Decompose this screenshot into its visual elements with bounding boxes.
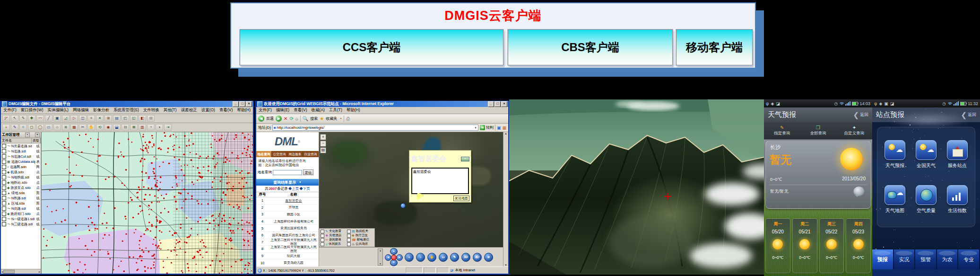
result-row[interactable]: 9 制药大楼 bbox=[256, 253, 319, 260]
panel-horizontal-scrollbar[interactable]: ◂ ▸ bbox=[1, 269, 41, 274]
menu-item[interactable]: 系统库管理(S) bbox=[113, 107, 139, 113]
app-national-weather[interactable]: ☁ 全国天气 bbox=[911, 132, 942, 177]
minimize-button[interactable]: _ bbox=[233, 101, 239, 107]
app-weather-forecast[interactable]: ☁ 天气预报 bbox=[879, 132, 911, 177]
forecast-card[interactable]: 周四 05/23 0~0℃ bbox=[846, 218, 871, 273]
back-button[interactable]: ❮ 返回 bbox=[853, 111, 868, 119]
result-row[interactable]: 1 鑫智居委会 bbox=[256, 197, 319, 205]
legend-checkbox[interactable] bbox=[347, 230, 351, 233]
layer-row[interactable]: ▲ 区域.sda 面 bbox=[1, 201, 41, 206]
toolbar-icon[interactable]: ⊟ bbox=[121, 124, 129, 131]
print-icon[interactable]: ⎙ bbox=[346, 116, 350, 122]
back-button[interactable]: ❮ 返回 bbox=[961, 111, 976, 119]
address-input[interactable] bbox=[277, 125, 473, 130]
toolbar-icon[interactable]: ◱ bbox=[130, 115, 138, 122]
search-icon[interactable]: 🔍 bbox=[303, 116, 308, 122]
toolbar-icon[interactable]: ✂ bbox=[79, 124, 87, 131]
stop-icon[interactable]: ✕ bbox=[284, 116, 287, 122]
zoom-in-icon[interactable]: ＋ bbox=[320, 134, 326, 140]
map-tool-button[interactable]: ＋ bbox=[405, 253, 414, 262]
toolbar-icon[interactable]: ◔ bbox=[147, 124, 155, 131]
search-label[interactable]: 搜索 bbox=[310, 116, 318, 121]
address-dropdown-icon[interactable]: ▼ bbox=[474, 126, 477, 129]
result-row[interactable]: 7 上海第二医科大学附属第九人民医院 bbox=[256, 239, 319, 246]
refresh-icon[interactable]: ⟳ bbox=[289, 116, 293, 122]
toolbar-icon[interactable]: ◯ bbox=[36, 124, 44, 131]
layer-checkbox[interactable] bbox=[2, 165, 6, 169]
result-row[interactable]: 5 黄浦区国家税务局 bbox=[256, 225, 319, 232]
menu-item[interactable]: 帮助(H) bbox=[347, 107, 360, 113]
menu-item[interactable]: 文件转换 bbox=[143, 107, 159, 113]
layer-checkbox[interactable] bbox=[2, 180, 6, 185]
toolbar-icon[interactable]: ◿ bbox=[62, 115, 69, 122]
toolbar-icon[interactable]: ▤ bbox=[113, 115, 121, 122]
toolbar-icon[interactable]: ✋ bbox=[87, 124, 95, 131]
pan-south-button[interactable]: ▼ bbox=[390, 259, 398, 266]
forecast-card[interactable]: 周一 05/20 0~0℃ bbox=[765, 218, 790, 273]
toolbar-icon[interactable]: ↖ bbox=[11, 115, 18, 122]
panel-close-icon[interactable]: × bbox=[35, 133, 40, 137]
close-button[interactable]: × bbox=[501, 101, 507, 107]
menu-item[interactable]: 设置(O) bbox=[201, 107, 215, 113]
go-button[interactable]: ➜ 转到 bbox=[480, 125, 494, 130]
maximize-button[interactable]: □ bbox=[239, 101, 245, 107]
layer-row[interactable]: 〜 N铁路.sdl 线 bbox=[1, 196, 41, 201]
scroll-up-arrow[interactable]: ▲ bbox=[504, 132, 507, 135]
layer-row[interactable]: 〜 N道路.sdl 线 bbox=[1, 149, 41, 154]
prev-page-link[interactable]: ◆上页 bbox=[288, 187, 299, 191]
forward-icon[interactable]: ▶ bbox=[276, 116, 282, 122]
app-air-quality[interactable]: 空气质量 bbox=[911, 177, 942, 222]
forecast-card[interactable]: 周三 05/22 0~0℃ bbox=[819, 218, 844, 273]
legend-checkbox[interactable] bbox=[321, 242, 324, 246]
pan-north-button[interactable]: ▲ bbox=[390, 248, 398, 255]
layer-row[interactable]: ◆ 政府部门.sdo 点 bbox=[1, 211, 41, 216]
toolbar-icon[interactable]: ▥ bbox=[139, 124, 146, 131]
scroll-thumb[interactable] bbox=[3, 270, 15, 274]
layer-row[interactable]: 〜 N一级道路1.sdl 线 bbox=[1, 216, 41, 222]
layer-checkbox[interactable] bbox=[2, 149, 6, 153]
toolbar-icon[interactable]: ⌖ bbox=[87, 115, 95, 122]
layer-row[interactable]: 〜 N街路.sdl 线 bbox=[1, 206, 41, 211]
toolbar-icon[interactable]: ▷ bbox=[70, 115, 78, 122]
toolbar-icon[interactable]: ⊠ bbox=[130, 124, 138, 131]
toolbar-icon[interactable]: ◫ bbox=[79, 115, 87, 122]
layer-row[interactable]: ◆ 地铁站.sdo 点 bbox=[1, 180, 41, 185]
toolbar-icon[interactable]: ◑ bbox=[156, 124, 163, 131]
layer-checkbox[interactable] bbox=[2, 144, 6, 148]
toolbar-icon[interactable]: ◰ bbox=[121, 115, 129, 122]
snagit-icon[interactable]: ▣ bbox=[497, 125, 501, 130]
result-name[interactable]: 上海第二医科大学附属第九人民医院 bbox=[269, 245, 319, 253]
layer-checkbox[interactable] bbox=[2, 160, 6, 164]
query-tab[interactable]: ❐ 全部查询 bbox=[800, 122, 836, 139]
result-row[interactable]: 8 上海第二医科大学附属第九人民医院 bbox=[256, 246, 319, 253]
toolbar-icon[interactable]: ⊡ bbox=[147, 115, 155, 122]
toolbar-icon[interactable]: ◧ bbox=[139, 115, 146, 122]
sidebar-tab[interactable]: 地名查询 bbox=[256, 151, 272, 157]
sidebar-tab[interactable]: 公交查询 bbox=[272, 151, 287, 157]
map-tool-button[interactable]: ⌦ bbox=[473, 253, 482, 262]
map-tool-button[interactable]: ▭ bbox=[439, 253, 448, 262]
layer-row[interactable]: ▦ 道路Cutdata.sdp 表 bbox=[1, 159, 41, 164]
result-name[interactable]: 制药大楼 bbox=[269, 254, 319, 258]
map-tool-button[interactable]: ✎ bbox=[450, 253, 459, 262]
menu-item[interactable]: 文件(F) bbox=[259, 107, 272, 113]
layer-checkbox[interactable] bbox=[2, 170, 6, 174]
speech-bubble-icon[interactable] bbox=[853, 187, 865, 197]
scroll-left-arrow[interactable]: ◂ bbox=[1, 270, 3, 273]
column-filename[interactable]: 文件名 bbox=[1, 138, 32, 143]
sidebar-tab[interactable]: 周边服务 bbox=[287, 151, 303, 157]
nav-tab[interactable]: 专业 bbox=[958, 249, 980, 269]
menu-item[interactable]: 网络编辑 bbox=[73, 107, 89, 113]
result-header-bar[interactable]: 查询结果显示 ▼ bbox=[256, 179, 319, 186]
nav-tab[interactable]: 预警 bbox=[915, 249, 937, 269]
panel-pin-icon[interactable]: ▪ bbox=[25, 133, 30, 137]
legend-checkbox[interactable] bbox=[321, 234, 324, 238]
legend-checkbox[interactable] bbox=[347, 234, 351, 238]
scroll-right-arrow[interactable]: ▸ bbox=[39, 270, 40, 273]
nav-tab[interactable]: 预报 bbox=[872, 249, 894, 269]
collapse-caret-icon[interactable]: ▼ bbox=[299, 181, 302, 184]
menu-item[interactable]: 影像分析 bbox=[93, 107, 109, 113]
result-row[interactable]: 6 国药集团医药控股上海分公司 bbox=[256, 232, 319, 239]
zoom-slider[interactable]: ▲▼ bbox=[378, 249, 383, 266]
menu-item[interactable]: 实体编辑(L) bbox=[48, 107, 69, 113]
